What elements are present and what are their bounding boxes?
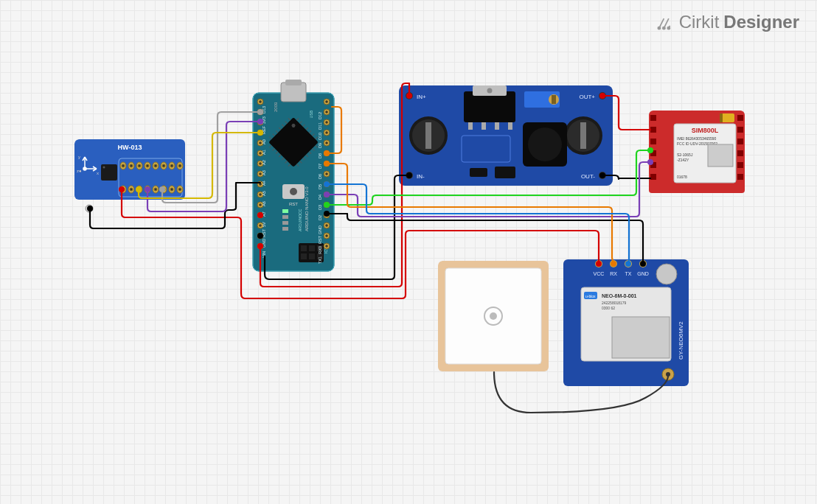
svg-rect-59 (282, 227, 288, 231)
svg-rect-170 (468, 122, 473, 130)
svg-point-116 (325, 100, 327, 102)
svg-point-38 (170, 188, 173, 191)
svg-point-244 (490, 312, 497, 320)
svg-point-16 (130, 164, 133, 167)
nano-title: ARDUINO NANO V3.0 (305, 186, 309, 231)
svg-text:REF: REF (262, 125, 266, 134)
svg-text:A6: A6 (262, 201, 266, 206)
svg-point-30 (154, 188, 157, 191)
svg-text:242258018179: 242258018179 (602, 301, 627, 305)
svg-point-12 (122, 164, 125, 167)
svg-text:A3: A3 (262, 170, 266, 175)
svg-point-2 (667, 27, 670, 29)
svg-point-128 (325, 162, 327, 164)
svg-text:y: y (78, 155, 80, 159)
svg-point-54 (290, 188, 297, 195)
svg-point-24 (146, 164, 149, 167)
svg-point-1 (662, 27, 664, 29)
sim800l-title: SIM800L (692, 127, 719, 134)
svg-rect-166 (580, 122, 586, 149)
svg-rect-209 (650, 162, 656, 168)
component-buck-converter[interactable]: IN+ IN- OUT+ OUT- (399, 85, 613, 189)
svg-text:D13: D13 (262, 106, 266, 113)
svg-point-34 (162, 188, 165, 191)
svg-point-134 (325, 193, 327, 195)
svg-rect-57 (282, 215, 288, 219)
svg-point-32 (162, 164, 165, 167)
svg-point-9 (103, 167, 105, 169)
svg-text:3V3: 3V3 (262, 116, 266, 124)
svg-point-240 (666, 372, 670, 377)
component-accelerometer[interactable]: HW-013 y x z● (74, 139, 189, 224)
svg-point-175 (528, 127, 562, 161)
nano-silk-cc: ARDUINOCC (298, 209, 302, 231)
svg-text:D6: D6 (318, 174, 322, 179)
svg-rect-203 (721, 113, 734, 122)
svg-text:GND: GND (637, 271, 649, 276)
svg-text:RX: RX (610, 271, 617, 276)
svg-text:VCC: VCC (594, 271, 605, 276)
svg-point-20 (138, 164, 141, 167)
svg-text:RX0: RX0 (318, 246, 322, 254)
svg-text:GND: GND (262, 239, 266, 248)
svg-point-192 (600, 173, 605, 178)
svg-text:OUT-: OUT- (581, 173, 595, 180)
svg-point-18 (130, 188, 133, 191)
svg-point-28 (154, 164, 157, 167)
svg-text:S2-1065J: S2-1065J (677, 153, 693, 157)
svg-text:VIN: VIN (262, 251, 266, 258)
svg-text:IN-: IN- (417, 173, 425, 180)
svg-text:IMEI 862643053465590: IMEI 862643053465590 (677, 136, 717, 141)
component-sim800l[interactable]: SIM800L IMEI 862643053465590 FCC ID UDV-… (649, 111, 745, 199)
accel-label: HW-013 (118, 144, 142, 151)
svg-point-126 (325, 152, 327, 154)
svg-point-122 (325, 131, 327, 133)
svg-rect-212 (737, 127, 743, 133)
svg-text:x: x (97, 171, 99, 175)
svg-text:TX: TX (625, 271, 632, 276)
svg-rect-66 (301, 253, 307, 259)
component-arduino-nano[interactable]: RST ARDUINO NANO V3.0 ARDUINOCC 2009 USB… (238, 80, 349, 279)
component-gps-antenna[interactable] (438, 261, 556, 379)
gps-title: GY-NEO6MV2 (678, 321, 684, 360)
svg-rect-180 (495, 167, 515, 178)
svg-text:D10: D10 (318, 133, 322, 140)
svg-rect-216 (737, 174, 743, 180)
svg-point-71 (259, 100, 261, 102)
component-gps-neo6m[interactable]: VCC RX TX GND u-blox NEO-6M-0-001 242258… (563, 249, 696, 396)
svg-text:A5: A5 (262, 191, 266, 196)
svg-text:D11: D11 (318, 122, 322, 130)
svg-point-138 (325, 214, 327, 216)
svg-text:u-blox: u-blox (585, 294, 596, 298)
svg-rect-238 (612, 317, 670, 358)
svg-point-120 (325, 121, 327, 123)
svg-rect-215 (737, 162, 743, 168)
svg-text:5V: 5V (262, 222, 266, 227)
svg-rect-167 (464, 91, 515, 122)
svg-point-36 (170, 164, 173, 167)
design-canvas[interactable]: Cirkit Designer HW-013 y x z● (0, 0, 817, 504)
svg-text:D4: D4 (318, 195, 322, 200)
svg-text:RST: RST (289, 202, 298, 206)
svg-point-42 (178, 188, 181, 191)
nano-right-pins[interactable] (324, 99, 330, 249)
svg-point-169 (487, 88, 493, 94)
svg-rect-173 (508, 122, 512, 130)
svg-rect-56 (282, 209, 288, 213)
svg-rect-178 (552, 95, 556, 104)
svg-text:D9: D9 (318, 143, 322, 148)
svg-text:2009: 2009 (274, 102, 278, 112)
svg-point-140 (325, 224, 327, 226)
svg-point-226 (642, 262, 644, 265)
svg-rect-210 (650, 174, 656, 180)
svg-rect-211 (737, 115, 743, 121)
svg-text:z●: z● (77, 169, 82, 173)
svg-text:A7: A7 (262, 211, 266, 217)
brand-icon (656, 13, 675, 32)
svg-point-183 (407, 94, 411, 98)
svg-text:GND: GND (318, 225, 322, 234)
svg-text:RST: RST (318, 235, 322, 244)
svg-text:D3: D3 (318, 205, 322, 210)
svg-rect-213 (737, 139, 743, 144)
brand-logo: Cirkit Designer (656, 12, 799, 32)
